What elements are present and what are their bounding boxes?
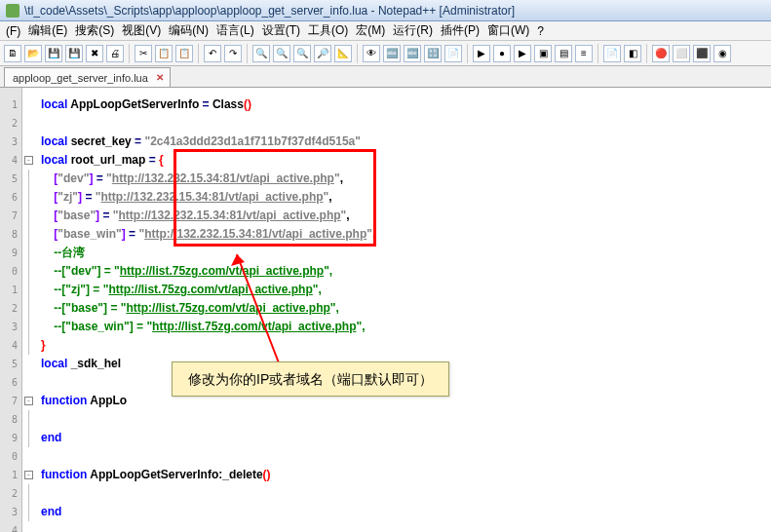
menu-settings[interactable]: 设置(T) — [258, 22, 304, 39]
tool-icon[interactable]: 🔴 — [652, 45, 670, 62]
toolbar-separator — [598, 44, 598, 63]
line-num: 4 — [0, 336, 21, 355]
menu-file[interactable]: (F) — [2, 24, 24, 38]
tool-icon[interactable]: 🔡 — [424, 45, 442, 62]
tool-search-icon[interactable]: 🔍 — [293, 45, 311, 62]
menu-encoding[interactable]: 编码(N) — [165, 22, 212, 39]
fold-line — [28, 188, 29, 207]
tool-icon[interactable]: 📐 — [334, 45, 352, 62]
menu-bar: (F) 编辑(E) 搜索(S) 视图(V) 编码(N) 语言(L) 设置(T) … — [0, 21, 771, 41]
tab-strip: apploop_get_server_info.lua ✕ — [0, 66, 771, 88]
menu-run[interactable]: 运行(R) — [389, 22, 437, 39]
tool-icon[interactable]: 🔤 — [383, 45, 401, 62]
line-num: 5 — [0, 355, 21, 373]
fold-line — [28, 336, 29, 355]
tool-icon[interactable]: ⬜ — [673, 45, 690, 62]
toolbar-separator — [198, 44, 199, 63]
fold-line — [28, 244, 29, 262]
line-num: 5 — [0, 170, 21, 188]
tool-macro-run-icon[interactable]: ▶ — [514, 45, 531, 62]
fold-line — [28, 262, 29, 281]
toolbar-separator — [357, 44, 358, 63]
line-num: 4 — [0, 521, 21, 532]
tool-close-icon[interactable]: ✖ — [86, 45, 103, 62]
tool-icon[interactable]: ⬛ — [693, 45, 711, 62]
tool-icon[interactable]: 📄 — [444, 45, 462, 62]
tool-icon[interactable]: ≡ — [575, 45, 593, 62]
tool-save-icon[interactable]: 💾 — [45, 45, 62, 62]
fold-line — [28, 318, 29, 336]
menu-language[interactable]: 语言(L) — [212, 22, 258, 39]
line-num: 0 — [0, 262, 21, 281]
fold-minus-icon[interactable]: - — [24, 471, 33, 479]
line-num: 3 — [0, 318, 21, 336]
tool-undo-icon[interactable]: ↶ — [204, 45, 221, 62]
tool-icon[interactable]: 📄 — [603, 45, 621, 62]
tool-new-icon[interactable]: 🗎 — [4, 45, 21, 62]
file-tab-label: apploop_get_server_info.lua — [13, 72, 148, 84]
menu-edit[interactable]: 编辑(E) — [24, 22, 71, 39]
tool-icon[interactable]: ▤ — [555, 45, 572, 62]
menu-search[interactable]: 搜索(S) — [71, 22, 118, 39]
tool-view-icon[interactable]: 👁 — [363, 45, 380, 62]
menu-tools[interactable]: 工具(O) — [304, 22, 352, 39]
tool-cut-icon[interactable]: ✂ — [135, 45, 152, 62]
menu-window[interactable]: 窗口(W) — [483, 22, 533, 39]
fold-column: - - - — [22, 88, 35, 532]
toolbar-separator — [467, 44, 468, 63]
tool-find-icon[interactable]: 🔍 — [252, 45, 270, 62]
close-tab-icon[interactable]: ✕ — [156, 72, 164, 83]
line-num: 3 — [0, 503, 21, 521]
line-num: 2 — [0, 484, 21, 503]
fold-line — [28, 410, 29, 429]
tool-print-icon[interactable]: 🖨 — [106, 45, 124, 62]
line-num: 2 — [0, 114, 21, 133]
line-num: 0 — [0, 447, 21, 466]
tool-open-icon[interactable]: 📂 — [24, 45, 42, 62]
tool-macro-play-icon[interactable]: ▶ — [473, 45, 490, 62]
fold-minus-icon[interactable]: - — [24, 397, 33, 405]
tool-icon[interactable]: ◉ — [713, 45, 731, 62]
editor-area[interactable]: 1 2 3 4 5 6 7 8 9 0 1 2 3 4 5 6 7 8 9 0 … — [0, 88, 771, 532]
line-num: 6 — [0, 373, 21, 392]
fold-line — [28, 503, 29, 521]
annotation-callout: 修改为你的IP或者域名（端口默认即可） — [172, 361, 449, 397]
tool-copy-icon[interactable]: 📋 — [155, 45, 173, 62]
tool-redo-icon[interactable]: ↷ — [224, 45, 242, 62]
line-num: 4 — [0, 151, 21, 170]
fold-line — [28, 484, 29, 503]
menu-help[interactable]: ? — [533, 24, 548, 38]
tool-icon[interactable]: ▣ — [534, 45, 552, 62]
toolbar: 🗎 📂 💾 💾 ✖ 🖨 ✂ 📋 📋 ↶ ↷ 🔍 🔍 🔍 🔎 📐 👁 🔤 🔤 🔡 … — [0, 41, 771, 66]
menu-plugins[interactable]: 插件(P) — [437, 22, 483, 39]
line-num: 8 — [0, 225, 21, 244]
fold-minus-icon[interactable]: - — [24, 156, 33, 165]
tool-zoom-icon[interactable]: 🔎 — [314, 45, 331, 62]
line-num: 8 — [0, 410, 21, 429]
toolbar-separator — [646, 44, 647, 63]
tool-paste-icon[interactable]: 📋 — [175, 45, 193, 62]
fold-line — [28, 170, 29, 188]
tool-replace-icon[interactable]: 🔍 — [273, 45, 290, 62]
code-area[interactable]: local AppLoopGetServerInfo = Class() loc… — [35, 88, 771, 532]
fold-line — [28, 207, 29, 225]
window-title: \tl_code\Assets\_Scripts\app\apploop\app… — [24, 4, 515, 18]
line-num: 1 — [0, 281, 21, 299]
app-icon — [6, 4, 19, 18]
line-num: 7 — [0, 207, 21, 225]
line-num: 9 — [0, 244, 21, 262]
toolbar-separator — [247, 44, 248, 63]
line-num: 3 — [0, 133, 21, 151]
tool-icon[interactable]: 🔤 — [404, 45, 421, 62]
menu-macro[interactable]: 宏(M) — [352, 22, 389, 39]
fold-line — [28, 299, 29, 318]
fold-line — [28, 225, 29, 244]
tool-saveall-icon[interactable]: 💾 — [65, 45, 83, 62]
toolbar-separator — [129, 44, 130, 63]
line-num: 7 — [0, 392, 21, 410]
menu-view[interactable]: 视图(V) — [118, 22, 165, 39]
tool-macro-rec-icon[interactable]: ● — [493, 45, 511, 62]
tool-icon[interactable]: ◧ — [624, 45, 641, 62]
file-tab[interactable]: apploop_get_server_info.lua ✕ — [4, 67, 171, 87]
line-num: 1 — [0, 466, 21, 484]
